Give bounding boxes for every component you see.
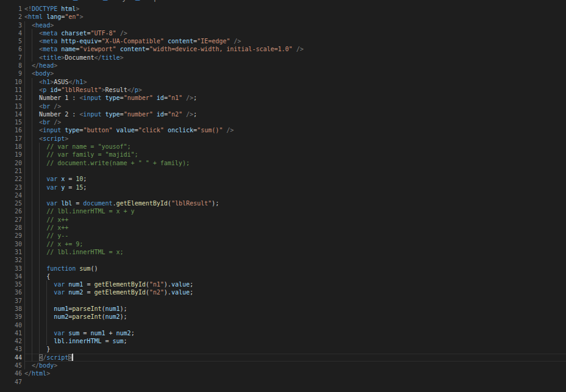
code-line[interactable]: 44 </script> xyxy=(0,354,566,362)
code-line[interactable]: 45 </body> xyxy=(0,362,566,369)
line-number[interactable]: 31 xyxy=(0,248,22,256)
line-number[interactable]: 35 xyxy=(0,280,22,288)
code-line[interactable]: 23 var y = 15; xyxy=(0,184,566,191)
line-number[interactable]: 23 xyxy=(0,184,22,191)
code-line[interactable]: 22 var x = 10; xyxy=(0,175,566,183)
breadcrumb-symbol-body[interactable]: body xyxy=(102,0,126,2)
line-number[interactable]: 20 xyxy=(0,159,22,167)
code-line[interactable]: 4 <meta charset="UTF-8" /> xyxy=(0,29,566,37)
code-line[interactable]: 8 </head> xyxy=(0,62,566,69)
line-number[interactable]: 33 xyxy=(0,265,22,273)
code-line[interactable]: 7 <title>Document</title> xyxy=(0,54,566,62)
line-number[interactable]: 12 xyxy=(0,94,22,102)
line-number[interactable]: 18 xyxy=(0,143,22,151)
code-line[interactable]: 39 num2=parseInt(num2); xyxy=(0,313,566,321)
line-number[interactable]: 30 xyxy=(0,240,22,248)
code-line[interactable]: 29 // y-- xyxy=(0,232,566,240)
code-line[interactable]: 27 // x++ xyxy=(0,216,566,224)
line-number[interactable]: 27 xyxy=(0,216,22,224)
line-number[interactable]: 5 xyxy=(0,37,22,45)
code-line[interactable]: 40 xyxy=(0,321,566,329)
line-number[interactable]: 44 xyxy=(0,354,22,362)
line-number[interactable]: 6 xyxy=(0,45,22,53)
line-number[interactable]: 43 xyxy=(0,345,22,353)
line-number[interactable]: 24 xyxy=(0,191,22,199)
code-line[interactable]: 36 var num2 = getElementById("n2").value… xyxy=(0,288,566,296)
line-number[interactable]: 14 xyxy=(0,110,22,118)
code-line[interactable]: 41 var sum = num1 + num2; xyxy=(0,329,566,337)
line-number[interactable]: 28 xyxy=(0,224,22,232)
breadcrumb-symbol-script[interactable]: script xyxy=(135,0,160,2)
code-line[interactable]: 24 xyxy=(0,191,566,199)
code-line[interactable]: 15 <br /> xyxy=(0,118,566,126)
line-number[interactable]: 10 xyxy=(0,78,22,86)
code-line[interactable]: 20 // document.write(name + " " + family… xyxy=(0,159,566,167)
line-number[interactable]: 25 xyxy=(0,199,22,207)
line-number[interactable]: 4 xyxy=(0,29,22,37)
code-line[interactable]: 2<html lang="en"> xyxy=(0,13,566,21)
code-line[interactable]: 19 // var family = "majidi"; xyxy=(0,151,566,159)
code-line[interactable]: 13 <br /> xyxy=(0,102,566,110)
breadcrumb-symbol-html[interactable]: html xyxy=(73,0,95,2)
line-number[interactable]: 13 xyxy=(0,102,22,110)
code-line[interactable]: 16 <input type="button" value="click" on… xyxy=(0,126,566,134)
line-number[interactable]: 37 xyxy=(0,297,22,305)
code-line[interactable]: 11 <p id="lblResult">Result</p> xyxy=(0,86,566,94)
code-line[interactable]: 21 xyxy=(0,167,566,175)
code-line[interactable]: 1<!DOCTYPE html> xyxy=(0,5,566,13)
code-line[interactable]: 6 <meta name="viewport" content="width=d… xyxy=(0,45,566,53)
line-number[interactable]: 7 xyxy=(0,54,22,62)
line-number[interactable]: 46 xyxy=(0,369,22,377)
line-number[interactable]: 47 xyxy=(0,378,22,386)
line-number[interactable]: 40 xyxy=(0,321,22,329)
chevron-right-icon: › xyxy=(97,0,99,1)
code-line[interactable]: 46</html> xyxy=(0,369,566,377)
code-line[interactable]: 32 xyxy=(0,256,566,264)
code-line[interactable]: 30 // x += 9; xyxy=(0,240,566,248)
line-number[interactable]: 16 xyxy=(0,126,22,134)
line-number[interactable]: 45 xyxy=(0,362,22,369)
code-line[interactable]: 18 // var name = "yousof"; xyxy=(0,143,566,151)
line-number[interactable]: 15 xyxy=(0,118,22,126)
code-line[interactable]: 3 <head> xyxy=(0,21,566,29)
line-number[interactable]: 26 xyxy=(0,207,22,215)
line-number[interactable]: 29 xyxy=(0,232,22,240)
code-line[interactable]: 12 Number 1 : <input type="number" id="n… xyxy=(0,94,566,102)
line-number[interactable]: 39 xyxy=(0,313,22,321)
code-line[interactable]: 28 // x++ xyxy=(0,224,566,232)
code-line[interactable]: 37 xyxy=(0,297,566,305)
code-line[interactable]: 33 function sum() xyxy=(0,265,566,273)
line-number[interactable]: 8 xyxy=(0,62,22,69)
code-line[interactable]: 17 <script> xyxy=(0,135,566,143)
code-line[interactable]: 10 <h1>ASUS</h1> xyxy=(0,78,566,86)
breadcrumb-file[interactable]: <> Untitled-1.html xyxy=(9,0,64,2)
code-line[interactable]: 43 } xyxy=(0,345,566,353)
line-number[interactable]: 3 xyxy=(0,21,22,29)
line-number[interactable]: 36 xyxy=(0,288,22,296)
line-number[interactable]: 41 xyxy=(0,329,22,337)
code-line[interactable]: 34 { xyxy=(0,273,566,280)
line-number[interactable]: 42 xyxy=(0,337,22,345)
code-line[interactable]: 14 Number 2 : <input type="number" id="n… xyxy=(0,110,566,118)
line-number[interactable]: 19 xyxy=(0,151,22,159)
code-line[interactable]: 9 <body> xyxy=(0,69,566,77)
line-number[interactable]: 34 xyxy=(0,273,22,280)
line-number[interactable]: 2 xyxy=(0,13,22,21)
line-number[interactable]: 22 xyxy=(0,175,22,183)
line-number[interactable]: 38 xyxy=(0,305,22,313)
line-number[interactable]: 9 xyxy=(0,69,22,77)
line-number[interactable]: 1 xyxy=(0,5,22,13)
code-line[interactable]: 38 num1=parseInt(num1); xyxy=(0,305,566,313)
code-line[interactable]: 31 // lbl.innerHTML = x; xyxy=(0,248,566,256)
code-line[interactable]: 26 // lbl.innerHTML = x + y xyxy=(0,207,566,215)
code-line[interactable]: 42 lbl.innerHTML = sum; xyxy=(0,337,566,345)
code-line[interactable]: 5 <meta http-equiv="X-UA-Compatible" con… xyxy=(0,37,566,45)
line-number[interactable]: 21 xyxy=(0,167,22,175)
code-editor[interactable]: 1<!DOCTYPE html>2<html lang="en">3 <head… xyxy=(0,5,566,386)
line-number[interactable]: 17 xyxy=(0,135,22,143)
code-line[interactable]: 35 var num1 = getElementById("n1").value… xyxy=(0,280,566,288)
line-number[interactable]: 32 xyxy=(0,256,22,264)
code-line[interactable]: 47 xyxy=(0,378,566,386)
code-line[interactable]: 25 var lbl = document.getElementById("lb… xyxy=(0,199,566,207)
line-number[interactable]: 11 xyxy=(0,86,22,94)
